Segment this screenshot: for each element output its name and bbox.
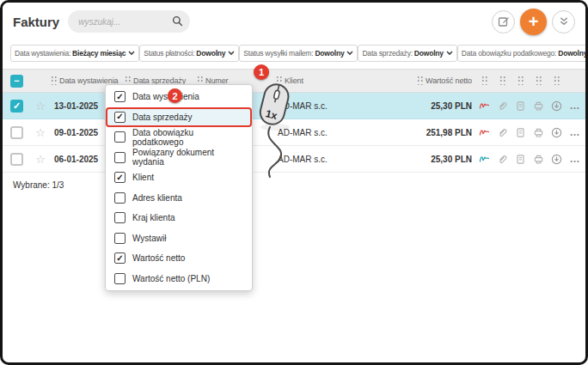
receipt-icon[interactable] bbox=[515, 100, 526, 112]
menu-item-client-country[interactable]: Kraj klienta bbox=[106, 208, 252, 228]
download-icon[interactable] bbox=[551, 127, 562, 138]
star-icon[interactable]: ☆ bbox=[35, 100, 46, 112]
receipt-icon[interactable] bbox=[515, 154, 526, 165]
row-checkbox[interactable] bbox=[10, 126, 23, 139]
printer-icon[interactable] bbox=[533, 127, 544, 138]
double-chevron-down-icon bbox=[558, 15, 570, 27]
checkbox-icon[interactable]: ✓ bbox=[114, 252, 126, 264]
menu-item-label: Data obowiązku podatkowego bbox=[132, 128, 243, 147]
printer-icon[interactable] bbox=[533, 154, 544, 165]
col-print[interactable] bbox=[536, 76, 542, 85]
add-invoice-button[interactable]: + bbox=[520, 9, 547, 35]
filter-mail-status[interactable]: Status wysyłki mailem: Dowolny bbox=[239, 45, 358, 62]
filter-value: Dowolny bbox=[414, 49, 444, 58]
menu-item-related-document[interactable]: Powiązany dokument wydania bbox=[106, 148, 252, 168]
edit-button[interactable] bbox=[492, 10, 515, 33]
filter-value: Dowolny bbox=[315, 49, 344, 58]
signature-icon[interactable] bbox=[479, 154, 490, 165]
filter-value: Dowolny bbox=[558, 49, 585, 58]
menu-item-client-address[interactable]: Adres klienta bbox=[106, 188, 252, 209]
star-icon[interactable]: ☆ bbox=[35, 127, 46, 138]
col-receipt[interactable] bbox=[518, 76, 524, 85]
checkbox-icon[interactable] bbox=[114, 131, 126, 143]
col-attachment[interactable] bbox=[499, 76, 505, 85]
menu-item-net-value-pln[interactable]: Wartość netto (PLN) bbox=[106, 269, 252, 289]
checkbox-icon[interactable] bbox=[114, 192, 126, 204]
menu-item-label: Klient bbox=[132, 173, 154, 182]
star-icon[interactable]: ☆ bbox=[35, 154, 46, 165]
more-button[interactable]: … bbox=[570, 100, 580, 111]
drag-handle-icon[interactable] bbox=[51, 76, 57, 85]
filter-sale-date[interactable]: Data sprzedaży: Dowolny bbox=[358, 45, 456, 62]
filter-tax-date[interactable]: Data obowiązku podatkowego: Dowolny bbox=[457, 45, 585, 62]
net-value-cell: 25,30 PLN bbox=[429, 155, 475, 164]
drag-handle-icon[interactable] bbox=[554, 76, 560, 85]
net-value-cell: 251,98 PLN bbox=[425, 128, 475, 137]
annotation-step-1-badge: 1 bbox=[254, 64, 269, 80]
mouse-click-illustration: 1x bbox=[243, 81, 309, 182]
net-value-cell: 25,30 PLN bbox=[429, 101, 475, 111]
attachment-icon[interactable] bbox=[497, 100, 508, 112]
filter-label: Data wystawienia: bbox=[15, 49, 70, 58]
menu-item-client[interactable]: ✓Klient bbox=[106, 167, 252, 188]
checkbox-icon[interactable]: ✓ bbox=[114, 172, 126, 183]
menu-item-label: Adres klienta bbox=[132, 193, 182, 203]
collapse-all-button[interactable] bbox=[552, 10, 575, 33]
column-chooser-menu: ✓Data wystawienia ✓Data sprzedaży Data o… bbox=[105, 84, 253, 291]
col-signature[interactable] bbox=[481, 76, 487, 85]
printer-icon[interactable] bbox=[533, 100, 544, 112]
filter-issue-date[interactable]: Data wystawienia: Bieżący miesiąc bbox=[10, 45, 139, 62]
drag-handle-icon[interactable] bbox=[518, 76, 524, 85]
attachment-icon[interactable] bbox=[497, 154, 508, 165]
filter-label: Data sprzedaży: bbox=[362, 49, 412, 58]
attachment-icon[interactable] bbox=[497, 127, 508, 138]
search-icon bbox=[172, 15, 183, 27]
row-checkbox[interactable] bbox=[10, 153, 23, 166]
menu-item-label: Wartość netto bbox=[132, 253, 185, 263]
checkbox-icon[interactable] bbox=[114, 212, 126, 223]
app-window: Faktury + Data wystaw bbox=[0, 0, 588, 365]
header-actions: + bbox=[492, 9, 575, 35]
menu-item-label: Kraj klienta bbox=[132, 213, 175, 222]
menu-item-tax-date[interactable]: Data obowiązku podatkowego bbox=[106, 127, 252, 148]
chevron-down-icon bbox=[228, 51, 235, 56]
checkbox-icon[interactable] bbox=[114, 152, 126, 163]
menu-item-label: Data wystawienia bbox=[132, 92, 199, 101]
checkbox-icon[interactable] bbox=[114, 233, 126, 244]
receipt-icon[interactable] bbox=[515, 127, 526, 138]
more-button[interactable]: … bbox=[570, 154, 580, 164]
download-icon[interactable] bbox=[551, 100, 562, 112]
menu-item-label: Powiązany dokument wydania bbox=[132, 148, 243, 167]
filter-value: Dowolny bbox=[196, 49, 225, 58]
more-button[interactable]: … bbox=[570, 127, 580, 137]
select-all-checkbox[interactable]: − bbox=[10, 75, 23, 88]
checkbox-icon[interactable]: ✓ bbox=[114, 112, 126, 123]
menu-item-label: Data sprzedaży bbox=[132, 113, 192, 122]
col-download[interactable] bbox=[554, 76, 560, 85]
download-icon[interactable] bbox=[551, 154, 562, 165]
row-checkbox[interactable]: ✓ bbox=[10, 100, 23, 113]
menu-item-label: Wartość netto (PLN) bbox=[132, 274, 210, 283]
checkbox-icon[interactable]: ✓ bbox=[114, 91, 126, 102]
menu-item-issued-by[interactable]: Wystawił bbox=[106, 228, 252, 249]
compose-icon bbox=[498, 15, 510, 27]
search-box[interactable] bbox=[68, 10, 190, 33]
search-input[interactable] bbox=[78, 17, 168, 27]
menu-item-net-value[interactable]: ✓Wartość netto bbox=[106, 248, 252, 269]
drag-handle-icon[interactable] bbox=[536, 76, 542, 85]
menu-item-label: Wystawił bbox=[132, 234, 166, 243]
chevron-down-icon bbox=[346, 51, 353, 56]
filter-label: Status płatności: bbox=[144, 49, 194, 58]
drag-handle-icon[interactable] bbox=[499, 76, 505, 85]
signature-icon[interactable] bbox=[479, 127, 490, 138]
filter-label: Status wysyłki mailem: bbox=[243, 49, 313, 58]
filter-bar: Data wystawienia: Bieżący miesiąc Status… bbox=[3, 40, 585, 66]
annotation-step-2-badge: 2 bbox=[168, 88, 182, 103]
drag-handle-icon[interactable] bbox=[417, 76, 423, 85]
col-net-value[interactable]: Wartość netto bbox=[417, 76, 475, 85]
menu-item-sale-date[interactable]: ✓Data sprzedaży bbox=[106, 107, 252, 128]
checkbox-icon[interactable] bbox=[114, 273, 126, 284]
filter-payment-status[interactable]: Status płatności: Dowolny bbox=[139, 45, 239, 62]
drag-handle-icon[interactable] bbox=[481, 76, 487, 85]
signature-icon[interactable] bbox=[479, 100, 490, 112]
